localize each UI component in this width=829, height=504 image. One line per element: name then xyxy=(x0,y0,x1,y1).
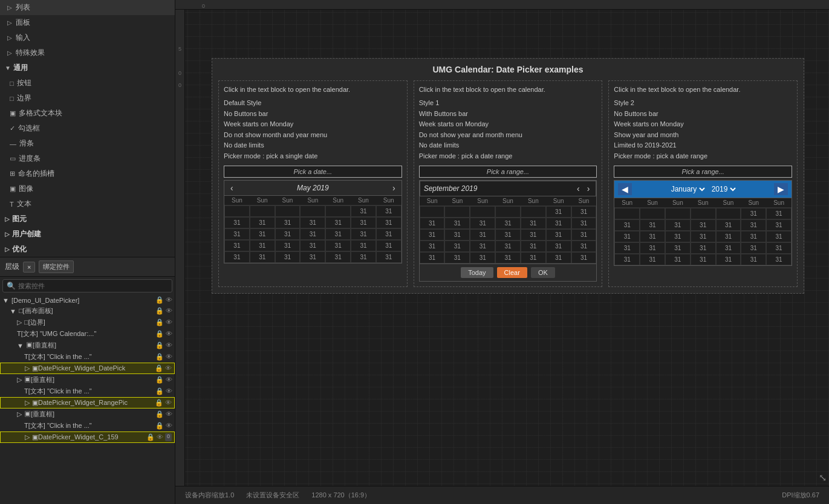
widget-title: UMG Calendar: Date Picker examples xyxy=(218,65,798,74)
cal-pick-button-3[interactable]: Pick a range... xyxy=(614,166,792,178)
lock-icon: 🔒 xyxy=(155,307,164,315)
cal-month-select[interactable]: January xyxy=(669,184,707,194)
layer-rangepicker-widget[interactable]: ▷ ▣DatePicker_Widget_RangePic 🔒 👁 xyxy=(0,397,175,409)
cal-grid-1: Sun Sun Sun Sun Sun Sun Sun xyxy=(224,196,401,263)
layer-text-umg[interactable]: T[文本] "UMG Calendar:..." 🔒 👁 xyxy=(0,328,175,340)
search-icon: 🔍 xyxy=(7,282,16,290)
layer-vbox-3[interactable]: ▷ ▣[垂直框] 🔒 👁 xyxy=(0,409,175,420)
layer-item-label: ▣[垂直框] xyxy=(24,410,54,419)
cal-prev-button-3[interactable]: ◀ xyxy=(618,183,632,195)
calendars-row: Click in the text block to open the cale… xyxy=(218,80,798,287)
cal-month-year-1: May 2019 xyxy=(297,184,329,192)
expand-arrow: ▷ xyxy=(7,19,13,26)
layer-canvas-panel[interactable]: ▼ □[画布面板] 🔒 👁 xyxy=(0,305,175,317)
calendar-3: ◀ January 2019 ▶ xyxy=(614,180,792,266)
layers-close-button[interactable]: × xyxy=(23,262,35,273)
expand-arrow: ▷ xyxy=(5,231,10,237)
sidebar-item-richtext[interactable]: ▣ 多格式文本块 xyxy=(0,106,175,121)
sidebar-item-slider[interactable]: — 滑条 xyxy=(0,136,175,151)
lock-icon: 🔒 xyxy=(155,341,164,349)
richtext-icon: ▣ xyxy=(10,109,16,117)
ok-button[interactable]: OK xyxy=(531,267,555,278)
layer-vbox-1[interactable]: ▼ ▣[垂直框] 🔒 👁 xyxy=(0,340,175,351)
layer-demo-datepicker[interactable]: ▼ [Demo_UI_DatePicker] 🔒 👁 xyxy=(0,295,175,305)
cal-year-select[interactable]: 2019 xyxy=(709,184,738,194)
expand-arrow: ▷ xyxy=(25,399,30,407)
slider-icon: — xyxy=(10,140,16,147)
cal-pick-button-1[interactable]: Pick a date... xyxy=(224,166,402,178)
sidebar-item-input[interactable]: ▷ 输入 xyxy=(0,30,175,45)
cal-next-button-3[interactable]: ▶ xyxy=(774,183,788,195)
layers-search-bar[interactable]: 🔍 xyxy=(2,279,172,292)
layer-datepicker-widget[interactable]: ▷ ▣DatePicker_Widget_DatePick 🔒 👁 xyxy=(0,363,175,374)
sidebar-item-text[interactable]: T 文本 xyxy=(0,196,175,212)
lock-icon: 🔒 xyxy=(155,376,164,384)
sidebar-item-checkbox[interactable]: ✓ 勾选框 xyxy=(0,121,175,136)
expand-arrow: ▷ xyxy=(7,34,13,41)
expand-arrow: ▷ xyxy=(17,376,22,384)
sidebar-item-button[interactable]: □ 按钮 xyxy=(0,76,175,91)
expand-arrow: ▼ xyxy=(10,308,16,315)
sidebar-section-label: 优化 xyxy=(12,244,27,254)
sidebar-item-label: 边界 xyxy=(17,93,31,103)
cal-pick-button-2[interactable]: Pick a range... xyxy=(419,166,597,178)
sidebar-item-label: 输入 xyxy=(16,33,30,43)
sidebar-item-border[interactable]: □ 边界 xyxy=(0,91,175,106)
layer-item-label: □[画布面板] xyxy=(19,306,53,315)
layers-panel: 层级 × 绑定控件 🔍 ▼ [Demo_UI_DatePicker] 🔒 👁 ▼… xyxy=(0,257,175,443)
sidebar-item-progressbar[interactable]: ▭ 进度条 xyxy=(0,151,175,166)
layer-item-label: ▣[垂直框] xyxy=(26,341,56,350)
eye-icon: 👁 xyxy=(166,410,172,418)
cal-next-button-1[interactable]: › xyxy=(390,183,398,193)
today-button[interactable]: Today xyxy=(461,267,493,278)
vertical-ruler: 5 0 0 xyxy=(175,10,185,486)
eye-icon: 👁 xyxy=(166,318,172,326)
eye-icon: 👁 xyxy=(157,433,163,441)
cal-prev-button-1[interactable]: ‹ xyxy=(228,183,236,193)
cal-month-year-2: September 2019 xyxy=(424,184,478,193)
eye-icon: 👁 xyxy=(166,341,172,349)
lock-icon: 🔒 xyxy=(155,364,163,372)
layer-border[interactable]: ▷ □[边界] 🔒 👁 xyxy=(0,317,175,328)
sidebar-section-label: 图元 xyxy=(12,214,27,224)
cal-prev-button-2[interactable]: ‹ xyxy=(574,184,582,193)
layer-vbox-2[interactable]: ▷ ▣[垂直框] 🔒 👁 xyxy=(0,374,175,386)
lock-icon: 🔒 xyxy=(155,330,164,338)
expand-arrow: ▷ xyxy=(17,410,22,418)
cal-meta-2: Style 1 With Buttons bar Week starts on … xyxy=(419,98,597,162)
cal-grid-2: Sun Sun Sun Sun Sun Sun Sun xyxy=(420,196,597,263)
sidebar-section-optimize[interactable]: ▷ 优化 xyxy=(0,242,175,257)
sidebar-item-namedslot[interactable]: ⊞ 命名的插槽 xyxy=(0,166,175,181)
layer-text-click2[interactable]: T[文本] "Click in the ..." 🔒 👁 xyxy=(0,386,175,397)
sidebar-item-effects[interactable]: ▷ 特殊效果 xyxy=(0,45,175,60)
sidebar-section-common[interactable]: ▼ 通用 xyxy=(0,60,175,76)
clear-button[interactable]: Clear xyxy=(497,267,527,278)
cal-next-button-2[interactable]: › xyxy=(585,184,593,193)
sidebar-item-label: 列表 xyxy=(16,2,30,13)
layer-text-click1[interactable]: T[文本] "Click in the ..." 🔒 👁 xyxy=(0,351,175,363)
sidebar-section-user-created[interactable]: ▷ 用户创建 xyxy=(0,227,175,242)
expand-arrow: ▷ xyxy=(25,364,30,372)
layer-item-label: T[文本] "UMG Calendar:..." xyxy=(17,329,96,338)
layers-search-input[interactable] xyxy=(18,282,168,289)
eye-icon: 👁 xyxy=(166,376,172,384)
expand-arrow: ▷ xyxy=(5,216,10,222)
layer-item-label: [Demo_UI_DatePicker] xyxy=(11,297,80,304)
layer-c159-widget[interactable]: ▷ ▣DatePicker_Widget_C_159 🔒 👁 0 xyxy=(0,431,175,443)
layer-item-label: ▣DatePicker_Widget_DatePick xyxy=(32,364,125,372)
sidebar-item-panel[interactable]: ▷ 面板 xyxy=(0,15,175,30)
expand-arrow: ▼ xyxy=(17,342,24,349)
sidebar-section-elements[interactable]: ▷ 图元 xyxy=(0,212,175,227)
dpi-label: DPI缩放0.67 xyxy=(782,491,819,500)
expand-arrow: ▷ xyxy=(25,433,30,441)
layer-text-click3[interactable]: T[文本] "Click in the ..." 🔒 👁 xyxy=(0,420,175,431)
sidebar-item-list[interactable]: ▷ 列表 xyxy=(0,0,175,15)
image-icon: ▣ xyxy=(10,185,16,193)
calendar-2: September 2019 ‹ › Sun Sun Sun Sun Sun xyxy=(419,180,597,282)
sidebar-item-image[interactable]: ▣ 图像 xyxy=(0,181,175,196)
lock-icon: 🔒 xyxy=(146,433,155,441)
layer-item-label: T[文本] "Click in the ..." xyxy=(24,421,92,430)
canvas-area[interactable]: 5 0 0 UMG Calendar: Date Picker examples… xyxy=(175,10,829,486)
resize-handle[interactable]: ⤡ xyxy=(819,472,827,483)
bind-widget-button[interactable]: 绑定控件 xyxy=(39,260,74,273)
